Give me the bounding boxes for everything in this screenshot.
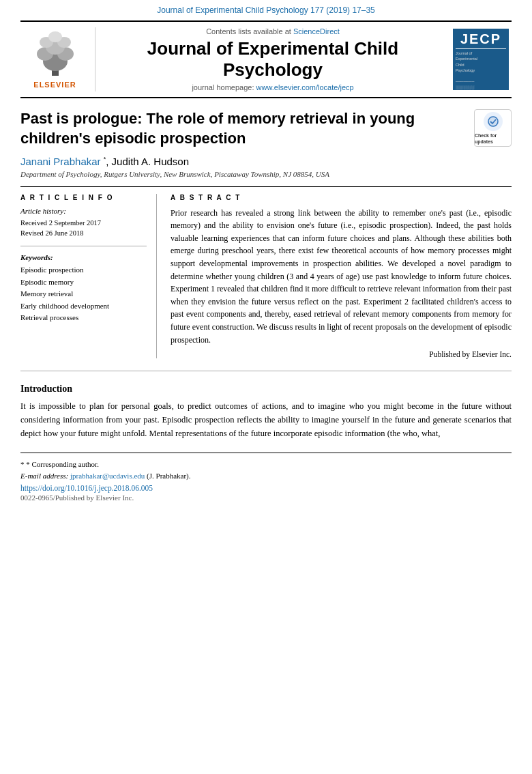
abstract-text: Prior research has revealed a strong lin… bbox=[171, 207, 512, 347]
received-date: Received 2 September 2017 bbox=[20, 218, 147, 229]
footnote-star-symbol: * bbox=[20, 460, 26, 468]
svg-point-7 bbox=[48, 31, 62, 42]
authors: Janani Prabhakar *, Judith A. Hudson bbox=[20, 156, 512, 167]
jecp-logo: JECP Journal ofExperimentalChildPsycholo… bbox=[450, 27, 512, 91]
sciencedirect-link[interactable]: ScienceDirect bbox=[293, 27, 340, 35]
check-icon bbox=[484, 112, 503, 131]
keywords-title: Keywords: bbox=[20, 253, 147, 261]
abstract-column: A B S T R A C T Prior research has revea… bbox=[171, 194, 512, 359]
history-title: Article history: bbox=[20, 207, 147, 215]
article-info-column: A R T I C L E I N F O Article history: R… bbox=[20, 194, 157, 359]
footer-section: * * Corresponding author. E-mail address… bbox=[20, 453, 512, 502]
top-journal-citation[interactable]: Journal of Experimental Child Psychology… bbox=[0, 0, 532, 18]
email-line: E-mail address: jprabhakar@ucdavis.edu (… bbox=[20, 470, 512, 482]
section-divider bbox=[20, 371, 512, 371]
jecp-label: JECP bbox=[456, 31, 506, 49]
journal-homepage: journal homepage: www.elsevier.com/locat… bbox=[192, 83, 353, 91]
abstract-label: A B S T R A C T bbox=[171, 194, 512, 201]
keyword-1: Episodic prospection bbox=[20, 264, 147, 276]
check-svg-icon bbox=[487, 115, 499, 128]
article-title-container: Past is prologue: The role of memory ret… bbox=[20, 109, 512, 148]
affiliation: Department of Psychology, Rutgers Univer… bbox=[20, 170, 512, 178]
article-content: Past is prologue: The role of memory ret… bbox=[20, 98, 512, 358]
keyword-2: Episodic memory bbox=[20, 276, 147, 289]
jecp-mini-content: Journal ofExperimentalChildPsychology ──… bbox=[456, 51, 506, 90]
svg-point-8 bbox=[488, 116, 499, 127]
contents-line: Contents lists available at ScienceDirec… bbox=[206, 27, 340, 35]
author-star: *, bbox=[104, 156, 109, 167]
article-history: Article history: Received 2 September 20… bbox=[20, 207, 147, 247]
doi-text: https://doi.org/10.1016/j.jecp.2018.06.0… bbox=[20, 484, 153, 492]
corresponding-author-note: * * Corresponding author. bbox=[20, 459, 512, 470]
elsevier-tree-icon bbox=[31, 30, 79, 78]
issn-line: 0022-0965/Published by Elsevier Inc. bbox=[20, 493, 512, 502]
keyword-5: Retrieval processes bbox=[20, 312, 147, 324]
jecp-box: JECP Journal ofExperimentalChildPsycholo… bbox=[453, 29, 509, 90]
email-address[interactable]: jprabhakar@ucdavis.edu bbox=[70, 472, 145, 480]
introduction-section: Introduction It is impossible to plan fo… bbox=[20, 384, 512, 440]
email-suffix: (J. Prabhakar). bbox=[147, 472, 190, 480]
top-journal-text: Journal of Experimental Child Psychology… bbox=[157, 5, 375, 15]
check-updates-label: Check for updates bbox=[475, 132, 511, 145]
keywords-section: Keywords: Episodic prospection Episodic … bbox=[20, 253, 147, 324]
elsevier-label: ELSEVIER bbox=[33, 81, 76, 89]
introduction-title: Introduction bbox=[20, 384, 512, 395]
journal-title-section: Contents lists available at ScienceDirec… bbox=[95, 27, 450, 91]
keyword-4: Early childhood development bbox=[20, 300, 147, 313]
author-hudson: Judith A. Hudson bbox=[112, 156, 189, 167]
elsevier-logo: ELSEVIER bbox=[20, 27, 95, 91]
published-by: Published by Elsevier Inc. bbox=[171, 350, 512, 358]
revised-date: Revised 26 June 2018 bbox=[20, 228, 147, 239]
check-updates-badge[interactable]: Check for updates bbox=[474, 109, 512, 147]
two-column-section: A R T I C L E I N F O Article history: R… bbox=[20, 186, 512, 359]
article-title-text: Past is prologue: The role of memory ret… bbox=[20, 110, 415, 147]
journal-main-title: Journal of Experimental Child Psychology bbox=[147, 38, 398, 81]
keyword-3: Memory retrieval bbox=[20, 288, 147, 300]
author-prabhakar[interactable]: Janani Prabhakar bbox=[20, 156, 101, 167]
journal-header: ELSEVIER Contents lists available at Sci… bbox=[20, 20, 512, 98]
introduction-text: It is impossible to plan for personal go… bbox=[20, 400, 512, 440]
doi-line[interactable]: https://doi.org/10.1016/j.jecp.2018.06.0… bbox=[20, 484, 512, 492]
article-info-label: A R T I C L E I N F O bbox=[20, 194, 147, 201]
email-label: E-mail address: bbox=[20, 472, 68, 480]
corresponding-author-text: * Corresponding author. bbox=[26, 460, 99, 468]
